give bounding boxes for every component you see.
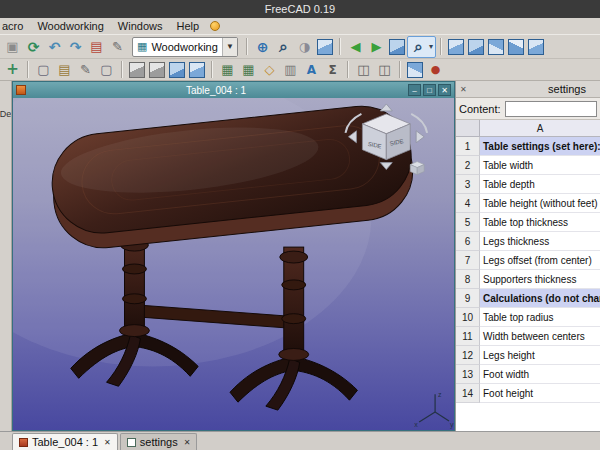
view-front-icon[interactable] — [468, 39, 484, 55]
part-box-dark-icon[interactable] — [149, 62, 165, 78]
export-box-icon[interactable] — [407, 62, 423, 78]
zoom-icon[interactable] — [273, 37, 294, 57]
cell-a2[interactable]: Table width — [480, 156, 600, 175]
row-number[interactable]: 2 — [456, 156, 480, 175]
row-number[interactable]: 1 — [456, 137, 480, 156]
row-number[interactable]: 5 — [456, 213, 480, 232]
nav-back-icon[interactable] — [345, 37, 366, 57]
edit-icon[interactable] — [107, 37, 128, 57]
row-number[interactable]: 12 — [456, 346, 480, 365]
cell-a3[interactable]: Table depth — [480, 175, 600, 194]
menu-woodworking[interactable]: Woodworking — [30, 20, 110, 32]
row-number[interactable]: 13 — [456, 365, 480, 384]
row-number[interactable]: 6 — [456, 232, 480, 251]
close-icon[interactable]: ✕ — [104, 438, 111, 447]
view-right-icon[interactable] — [508, 39, 524, 55]
menu-macro[interactable]: acro — [0, 20, 30, 32]
cell-a7[interactable]: Legs offset (from center) — [480, 251, 600, 270]
cell-a8[interactable]: Supporters thickness — [480, 270, 600, 289]
sum-icon[interactable] — [322, 60, 343, 80]
zoom-region-button[interactable]: ▾ — [407, 36, 436, 58]
redo-icon[interactable] — [65, 37, 86, 57]
view-top-icon[interactable] — [488, 39, 504, 55]
viewport-titlebar[interactable]: Table_004 : 1 — [13, 82, 454, 98]
part-box-icon[interactable] — [129, 62, 145, 78]
cell-a5[interactable]: Table top thickness — [480, 213, 600, 232]
row-number[interactable]: 10 — [456, 308, 480, 327]
workbench-dropdown[interactable]: Woodworking ▼ — [132, 37, 238, 57]
table-row[interactable]: 1 Table settings (set here): — [456, 137, 600, 156]
merge-cells-icon[interactable] — [353, 60, 374, 80]
content-input[interactable] — [505, 101, 597, 117]
part-box-blue-icon[interactable] — [189, 62, 205, 78]
cell-a4[interactable]: Table height (without feet) — [480, 194, 600, 213]
menu-help[interactable]: Help — [169, 20, 206, 32]
minimize-icon[interactable] — [408, 84, 421, 96]
refresh-icon[interactable] — [23, 37, 44, 57]
part-box-outline-icon[interactable] — [169, 62, 185, 78]
view-home-icon[interactable] — [448, 39, 464, 55]
left-dock-strip[interactable]: De — [0, 81, 12, 431]
row-number[interactable]: 11 — [456, 327, 480, 346]
row-number[interactable]: 9 — [456, 289, 480, 308]
spreadsheet[interactable]: 1 Table settings (set here): 2 Table wid… — [456, 137, 600, 431]
close-icon[interactable] — [438, 84, 451, 96]
table-row[interactable]: 5 Table top thickness — [456, 213, 600, 232]
cell-a12[interactable]: Legs height — [480, 346, 600, 365]
maximize-icon[interactable] — [423, 84, 436, 96]
dock-close-icon[interactable]: ✕ — [460, 85, 467, 94]
row-number[interactable]: 7 — [456, 251, 480, 270]
table-row[interactable]: 4 Table height (without feet) — [456, 194, 600, 213]
table-add-icon[interactable] — [238, 60, 259, 80]
row-number[interactable]: 4 — [456, 194, 480, 213]
table-row[interactable]: 14 Foot height — [456, 384, 600, 403]
table-icon[interactable] — [217, 60, 238, 80]
table-row[interactable]: 9 Calculations (do not chang — [456, 289, 600, 308]
table-row[interactable]: 11 Width between centers — [456, 327, 600, 346]
paste-icon[interactable] — [54, 60, 75, 80]
whats-this-icon[interactable] — [2, 37, 23, 57]
nav-forward-icon[interactable] — [366, 37, 387, 57]
view-axonometric-icon[interactable] — [528, 39, 544, 55]
cell-a14[interactable]: Foot height — [480, 384, 600, 403]
cell-a13[interactable]: Foot width — [480, 365, 600, 384]
copy-page-icon[interactable] — [96, 60, 117, 80]
cell-a9[interactable]: Calculations (do not chang — [480, 289, 600, 308]
tab-settings[interactable]: settings ✕ — [120, 433, 198, 450]
table-row[interactable]: 3 Table depth — [456, 175, 600, 194]
column-header-a[interactable]: A — [480, 120, 600, 137]
table-row[interactable]: 10 Table top radius — [456, 308, 600, 327]
table-row[interactable]: 12 Legs height — [456, 346, 600, 365]
undo-icon[interactable] — [44, 37, 65, 57]
axis-cross-icon[interactable] — [2, 60, 23, 80]
row-number[interactable]: 3 — [456, 175, 480, 194]
table-row[interactable]: 6 Legs thickness — [456, 232, 600, 251]
table-row[interactable]: 13 Foot width — [456, 365, 600, 384]
chart-icon[interactable] — [280, 60, 301, 80]
cell-a10[interactable]: Table top radius — [480, 308, 600, 327]
draw-style-icon[interactable] — [294, 37, 315, 57]
cell-a6[interactable]: Legs thickness — [480, 232, 600, 251]
edit-cell-icon[interactable] — [75, 60, 96, 80]
spreadsheet-corner-cell[interactable] — [456, 120, 480, 137]
table-row[interactable]: 2 Table width — [456, 156, 600, 175]
alias-icon[interactable] — [301, 60, 322, 80]
table-row[interactable]: 7 Legs offset (from center) — [456, 251, 600, 270]
table-row[interactable]: 8 Supporters thickness — [456, 270, 600, 289]
datum-icon[interactable] — [259, 60, 280, 80]
sphere-icon[interactable] — [425, 60, 446, 80]
new-page-icon[interactable] — [33, 60, 54, 80]
close-icon[interactable]: ✕ — [184, 438, 191, 447]
3d-viewport[interactable]: SIDE SIDE z x y — [13, 98, 454, 430]
menu-windows[interactable]: Windows — [111, 20, 170, 32]
notification-icon[interactable] — [210, 21, 220, 31]
cell-a1[interactable]: Table settings (set here): — [480, 137, 600, 156]
split-cell-icon[interactable] — [374, 60, 395, 80]
cell-a11[interactable]: Width between centers — [480, 327, 600, 346]
row-number[interactable]: 8 — [456, 270, 480, 289]
isometric-view-icon[interactable] — [317, 39, 333, 55]
fly-mode-icon[interactable] — [389, 39, 405, 55]
tab-table-004[interactable]: Table_004 : 1 ✕ — [12, 433, 118, 450]
fit-all-icon[interactable] — [252, 37, 273, 57]
navigation-style-icon[interactable] — [86, 37, 107, 57]
